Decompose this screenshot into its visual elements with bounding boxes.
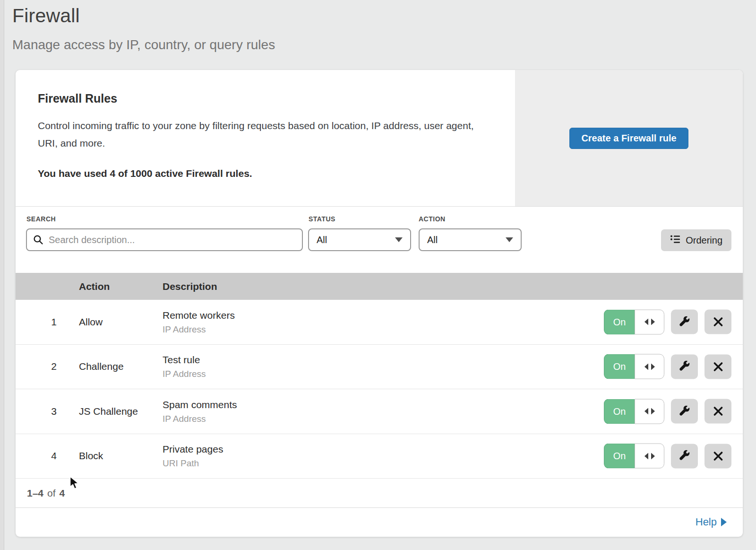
rule-action: JS Challenge (79, 406, 138, 417)
status-select[interactable]: All (308, 228, 411, 251)
rule-controls: On (604, 444, 731, 469)
pagination-bar: 1–4 of 4 (16, 479, 743, 508)
search-icon (33, 235, 43, 247)
rule-match-field: IP Address (163, 369, 206, 379)
delete-rule-button[interactable] (704, 444, 731, 468)
rule-controls: On (604, 354, 731, 379)
toggle-handle[interactable] (635, 444, 664, 469)
rule-enabled-toggle[interactable]: On (604, 444, 664, 469)
edit-rule-button[interactable] (671, 444, 698, 468)
reorder-arrows-icon (644, 453, 655, 459)
create-firewall-rule-button[interactable]: Create a Firewall rule (569, 128, 688, 149)
rule-action: Block (79, 450, 103, 462)
create-rule-panel: Create a Firewall rule (515, 70, 743, 206)
rule-priority: 2 (48, 361, 60, 372)
edit-rule-button[interactable] (671, 310, 698, 334)
delete-rule-button[interactable] (704, 310, 731, 334)
x-icon (713, 451, 723, 461)
wrench-icon (679, 450, 690, 462)
rule-priority: 1 (48, 316, 60, 328)
rule-description: Private pages URI Path (163, 444, 223, 469)
rule-description: Remote workers IP Address (163, 309, 235, 334)
table-header: Action Description (16, 273, 743, 300)
x-icon (713, 317, 723, 327)
pagination-of: of (47, 488, 56, 499)
rule-description-title: Remote workers (163, 309, 235, 321)
action-label: ACTION (419, 215, 446, 223)
rule-action: Allow (79, 316, 103, 328)
pagination-range: 1–4 (27, 488, 43, 499)
reorder-arrows-icon (644, 408, 655, 415)
rule-match-field: URI Path (163, 458, 223, 469)
firewall-rules-card: Firewall Rules Control incoming traffic … (16, 70, 743, 537)
ordered-list-icon (670, 234, 680, 247)
ordering-button-label: Ordering (686, 235, 722, 246)
status-select-value: All (317, 235, 327, 245)
page-left-edge (0, 0, 4, 550)
help-link[interactable]: Help (696, 516, 727, 528)
table-row: 4 Block Private pages URI Path On (16, 434, 743, 479)
wrench-icon (679, 316, 690, 328)
reorder-arrows-icon (644, 363, 655, 370)
rule-priority: 4 (48, 450, 60, 462)
wrench-icon (679, 361, 690, 373)
pagination-total: 4 (60, 488, 65, 499)
section-heading: Firewall Rules (38, 92, 515, 105)
table-row: 1 Allow Remote workers IP Address On (16, 300, 743, 345)
section-description: Control incoming traffic to your zone by… (38, 117, 491, 152)
rule-description-title: Private pages (163, 444, 223, 455)
column-header-description: Description (163, 281, 217, 292)
table-row: 3 JS Challenge Spam comments IP Address … (16, 389, 743, 434)
page-title: Firewall (12, 5, 275, 27)
rule-description-title: Test rule (163, 354, 206, 366)
rule-description: Test rule IP Address (163, 354, 206, 379)
page-subtitle: Manage access by IP, country, or query r… (12, 37, 275, 52)
toggle-on-label[interactable]: On (604, 309, 635, 334)
toggle-on-label[interactable]: On (604, 399, 635, 424)
edit-rule-button[interactable] (671, 354, 698, 379)
rule-priority: 3 (48, 406, 60, 417)
caret-down-icon (506, 237, 513, 242)
x-icon (713, 361, 723, 372)
wrench-icon (679, 405, 690, 417)
toggle-handle[interactable] (635, 354, 664, 379)
rule-description: Spam comments IP Address (163, 399, 237, 424)
help-bar: Help (16, 508, 743, 536)
filters-section: SEARCH STATUS ACTION All All (16, 207, 743, 273)
action-select[interactable]: All (419, 228, 522, 251)
rule-action: Challenge (79, 361, 124, 372)
rule-enabled-toggle[interactable]: On (604, 399, 664, 424)
usage-note: You have used 4 of 1000 active Firewall … (38, 168, 515, 179)
overview-text: Firewall Rules Control incoming traffic … (16, 70, 515, 206)
reorder-arrows-icon (644, 319, 655, 325)
rule-match-field: IP Address (163, 324, 235, 334)
delete-rule-button[interactable] (704, 399, 731, 424)
search-input[interactable] (26, 228, 303, 251)
toggle-handle[interactable] (635, 399, 664, 424)
toggle-on-label[interactable]: On (604, 444, 635, 469)
page-header: Firewall Manage access by IP, country, o… (12, 5, 275, 52)
column-header-action: Action (79, 281, 110, 292)
rule-controls: On (604, 309, 731, 334)
caret-down-icon (395, 237, 403, 242)
action-select-value: All (427, 235, 438, 245)
rule-enabled-toggle[interactable]: On (604, 309, 664, 334)
rule-controls: On (604, 399, 731, 424)
help-link-label: Help (696, 516, 717, 528)
caret-right-icon (721, 518, 727, 526)
rule-enabled-toggle[interactable]: On (604, 354, 664, 379)
toggle-on-label[interactable]: On (604, 354, 635, 379)
overview-section: Firewall Rules Control incoming traffic … (16, 70, 743, 207)
toggle-handle[interactable] (635, 309, 664, 334)
rule-match-field: IP Address (163, 413, 237, 424)
delete-rule-button[interactable] (704, 354, 731, 379)
ordering-button[interactable]: Ordering (661, 229, 731, 251)
search-field-wrap (26, 228, 303, 251)
edit-rule-button[interactable] (671, 399, 698, 424)
rule-description-title: Spam comments (163, 399, 237, 410)
rules-table-body: 1 Allow Remote workers IP Address On (16, 300, 743, 479)
x-icon (713, 406, 723, 417)
table-row: 2 Challenge Test rule IP Address On (16, 345, 743, 390)
search-label: SEARCH (26, 215, 56, 223)
status-label: STATUS (309, 215, 335, 223)
